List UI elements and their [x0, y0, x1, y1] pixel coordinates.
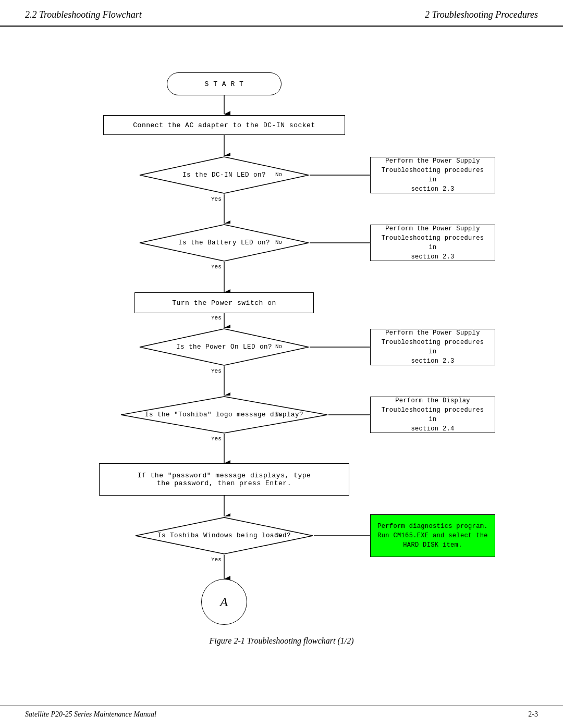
yes-label-d3: Yes — [211, 368, 222, 374]
info2-shape: Perform the Power Supply Troubleshooting… — [370, 225, 495, 261]
step2-shape: Turn the Power switch on — [134, 292, 314, 313]
yes-label-d5: Yes — [211, 557, 222, 563]
no-label-d1: No — [275, 171, 282, 178]
yes-label-d1: Yes — [211, 196, 222, 202]
header-right: 2 Troubleshooting Procedures — [425, 9, 538, 20]
flowchart: S T A R T Connect the AC adapter to the … — [47, 42, 516, 626]
diamond5-shape: Is Toshiba Windows being loaded? — [134, 516, 314, 555]
connector-a-shape: A — [201, 579, 247, 625]
info1-label: Perform the Power Supply Troubleshooting… — [376, 156, 489, 194]
info3-label: Perform the Power Supply Troubleshooting… — [376, 328, 489, 366]
footer-left: Satellite P20-25 Series Maintenance Manu… — [25, 710, 156, 719]
diamond3-shape: Is the Power On LED on? — [139, 328, 310, 366]
header-left: 2.2 Troubleshooting Flowchart — [25, 9, 142, 20]
step1-label: Connect the AC adapter to the DC-IN sock… — [133, 121, 315, 129]
page-content: S T A R T Connect the AC adapter to the … — [0, 27, 563, 656]
info2-label: Perform the Power Supply Troubleshooting… — [376, 224, 489, 262]
diamond3-label: Is the Power On LED on? — [176, 343, 272, 351]
no-label-d2: No — [275, 239, 282, 245]
figure-caption: Figure 2-1 Troubleshooting flowchart (1/… — [209, 636, 353, 646]
page-header: 2.2 Troubleshooting Flowchart 2 Troubles… — [0, 0, 563, 27]
step3-shape: If the "password" message displays, type… — [99, 463, 349, 496]
step2-label: Turn the Power switch on — [172, 299, 276, 307]
info1-shape: Perform the Power Supply Troubleshooting… — [370, 157, 495, 193]
diamond4-shape: Is the "Toshiba" logo message display? — [120, 396, 328, 434]
step1-shape: Connect the AC adapter to the DC-IN sock… — [103, 115, 345, 135]
diamond2-shape: Is the Battery LED on? — [139, 224, 310, 262]
step3-label: If the "password" message displays, type… — [138, 472, 311, 487]
diamond1-label: Is the DC-IN LED on? — [182, 171, 266, 179]
start-label: S T A R T — [205, 80, 244, 88]
connector-a-label: A — [220, 595, 228, 609]
diamond1-shape: Is the DC-IN LED on? — [139, 156, 310, 194]
no-label-d3: No — [275, 343, 282, 350]
info3-shape: Perform the Power Supply Troubleshooting… — [370, 329, 495, 365]
start-shape: S T A R T — [167, 72, 282, 95]
yes-label-step2: Yes — [211, 315, 222, 321]
yes-label-d2: Yes — [211, 264, 222, 270]
info4-shape: Perform the Display Troubleshooting proc… — [370, 397, 495, 433]
footer-right: 2-3 — [528, 710, 538, 719]
yes-label-d4: Yes — [211, 436, 222, 442]
page-footer: Satellite P20-25 Series Maintenance Manu… — [0, 706, 563, 719]
info5-shape: Perform diagnostics program. Run CM165.E… — [370, 514, 495, 557]
diamond2-label: Is the Battery LED on? — [178, 239, 270, 246]
diamond4-label: Is the "Toshiba" logo message display? — [145, 411, 303, 418]
diamond5-label: Is Toshiba Windows being loaded? — [157, 532, 291, 539]
info4-label: Perform the Display Troubleshooting proc… — [376, 396, 489, 434]
info5-label: Perform diagnostics program. Run CM165.E… — [377, 522, 488, 550]
